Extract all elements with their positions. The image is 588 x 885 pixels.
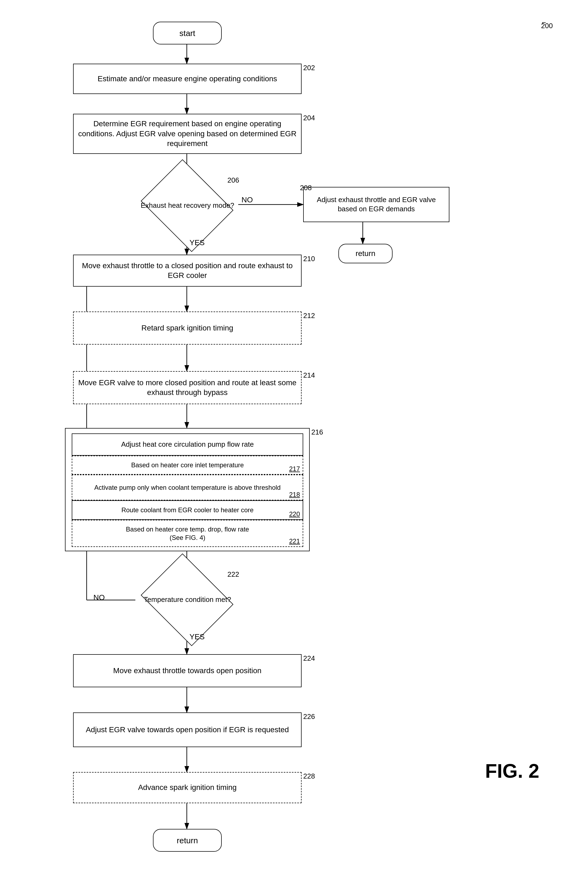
node-212-label: Retard spark ignition timing — [138, 321, 237, 335]
ref-206: 206 — [227, 176, 239, 185]
fig-label: FIG. 2 — [485, 760, 539, 782]
node-202: Estimate and/or measure engine operating… — [73, 64, 302, 94]
node-221-label: Based on heater core temp. drop, flow ra… — [122, 523, 253, 544]
node-224-label: Move exhaust throttle towards open posit… — [110, 664, 265, 678]
ref-217: 217 — [289, 465, 300, 473]
node-220: Route coolant from EGR cooler to heater … — [72, 500, 303, 520]
node-214: Move EGR valve to more closed position a… — [73, 371, 302, 404]
yes-label-222: YES — [189, 633, 205, 641]
node-206-diamond — [141, 159, 233, 252]
node-210-label: Move exhaust throttle to a closed positi… — [74, 259, 301, 283]
node-208-return: return — [338, 244, 393, 263]
no-label-222: NO — [93, 593, 105, 602]
node-220-label: Route coolant from EGR cooler to heater … — [117, 503, 257, 516]
ref-218: 218 — [289, 491, 300, 499]
ref-228: 228 — [303, 772, 315, 780]
start-label: start — [176, 26, 199, 41]
ref-224: 224 — [303, 654, 315, 663]
node-218-label: Activate pump only when coolant temperat… — [90, 481, 284, 494]
node-212: Retard spark ignition timing — [73, 311, 302, 344]
node-208-label: Adjust exhaust throttle and EGR valve ba… — [304, 193, 449, 216]
node-214-label: Move EGR valve to more closed position a… — [74, 376, 301, 400]
flowchart-diagram: start 200 ⌐ Estimate and/or measure engi… — [0, 0, 588, 885]
start-node: start — [153, 22, 222, 44]
ref-226: 226 — [303, 712, 315, 721]
ref-216: 216 — [311, 428, 323, 436]
ref-210: 210 — [303, 255, 315, 263]
node-226-label: Adjust EGR valve towards open position i… — [82, 723, 292, 737]
node-222-diamond — [141, 553, 233, 646]
node-208: Adjust exhaust throttle and EGR valve ba… — [303, 187, 449, 222]
end-return-node: return — [153, 829, 222, 852]
ref-221: 221 — [289, 538, 300, 545]
ref-212: 212 — [303, 311, 315, 320]
node-216-inner: Adjust heat core circulation pump flow r… — [72, 433, 303, 456]
node-228: Advance spark ignition timing — [73, 772, 302, 803]
node-228-label: Advance spark ignition timing — [134, 780, 240, 795]
no-label-206: NO — [242, 195, 253, 204]
node-217-label: Based on heater core inlet temperature — [127, 458, 248, 471]
node-204-label: Determine EGR requirement based on engin… — [74, 117, 301, 150]
node-204: Determine EGR requirement based on engin… — [73, 114, 302, 154]
ref-202: 202 — [303, 64, 315, 72]
yes-label-206: YES — [189, 238, 205, 247]
node-221: Based on heater core temp. drop, flow ra… — [72, 520, 303, 547]
node-210: Move exhaust throttle to a closed positi… — [73, 255, 302, 287]
node-217: Based on heater core inlet temperature 2… — [72, 456, 303, 475]
node-224: Move exhaust throttle towards open posit… — [73, 654, 302, 687]
ref-220: 220 — [289, 510, 300, 518]
node-202-label: Estimate and/or measure engine operating… — [94, 72, 281, 86]
node-218: Activate pump only when coolant temperat… — [72, 475, 303, 500]
ref-204: 204 — [303, 114, 315, 122]
end-return-label: return — [173, 833, 202, 848]
node-208-return-label: return — [352, 246, 379, 261]
ref-222: 222 — [227, 570, 239, 578]
node-226: Adjust EGR valve towards open position i… — [73, 712, 302, 747]
ref-208: 208 — [300, 184, 312, 192]
ref-214: 214 — [303, 371, 315, 380]
node-216-label: Adjust heat core circulation pump flow r… — [117, 438, 258, 451]
